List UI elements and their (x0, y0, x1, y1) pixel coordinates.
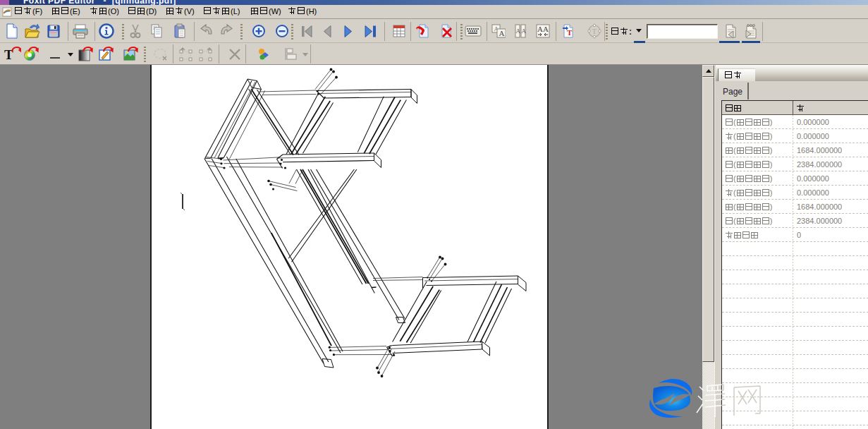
svg-text:A: A (499, 29, 505, 37)
svg-text:AA: AA (537, 25, 549, 33)
svg-text:A: A (516, 28, 521, 35)
svg-text:T: T (567, 28, 573, 37)
svg-text:A: A (522, 28, 527, 35)
svg-text:T: T (592, 27, 597, 35)
